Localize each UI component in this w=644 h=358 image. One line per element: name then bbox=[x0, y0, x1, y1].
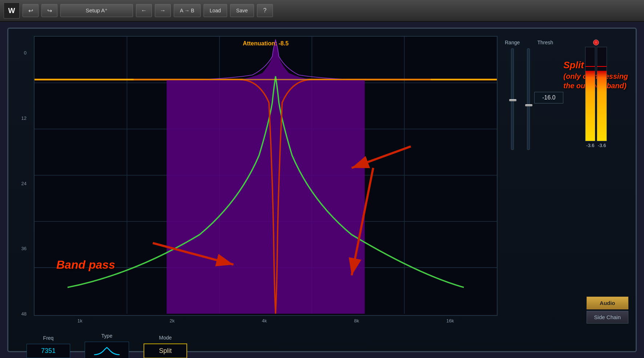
y-axis: 0 12 24 36 48 bbox=[16, 36, 27, 324]
audio-sidechain-section: Audio Side Chain bbox=[587, 297, 628, 324]
save-button[interactable]: Save bbox=[230, 4, 254, 17]
x-label-2k: 2k bbox=[170, 318, 175, 324]
mode-label: Mode bbox=[159, 335, 172, 341]
main-content: 0 12 24 36 48 Attenuation: -8.5 bbox=[16, 36, 628, 324]
freq-value[interactable]: 7351 bbox=[27, 344, 70, 358]
mode-control-group: Mode Split bbox=[144, 335, 187, 358]
vu-fill-1 bbox=[585, 71, 595, 141]
bottom-controls: Freq 7351 Type Mode Split bbox=[16, 329, 628, 358]
mode-value[interactable]: Split bbox=[144, 343, 187, 358]
bandpass-icon bbox=[92, 345, 121, 357]
x-label-4k: 4k bbox=[262, 318, 267, 324]
toolbar: W ↩ ↪ Setup A⁺ ← → A → B Load Save ? bbox=[0, 0, 644, 22]
x-axis: 1k 2k 4k 8k 16k bbox=[34, 318, 498, 324]
thresh-thumb[interactable] bbox=[525, 104, 532, 106]
x-label-8k: 8k bbox=[354, 318, 359, 324]
sidechain-button[interactable]: Side Chain bbox=[587, 311, 628, 324]
thresh-value-display: -16.0 bbox=[534, 92, 563, 103]
attenuation-label: Attenuation: -8.5 bbox=[243, 40, 289, 47]
thresh-label: Thresh bbox=[537, 40, 553, 45]
eq-canvas bbox=[35, 37, 497, 314]
waves-logo: W bbox=[4, 3, 20, 19]
annotation-split: Split (only compressing the outlined ban… bbox=[563, 59, 628, 90]
x-label-16k: 16k bbox=[446, 318, 454, 324]
vu-clip-indicator bbox=[593, 40, 599, 45]
ab-button[interactable]: A → B bbox=[174, 4, 201, 17]
load-button[interactable]: Load bbox=[204, 4, 227, 17]
next-button[interactable]: → bbox=[155, 4, 171, 17]
redo-button[interactable]: ↪ bbox=[41, 4, 57, 17]
eq-display[interactable]: Attenuation: -8.5 bbox=[34, 36, 498, 316]
vu-value-1: -3.6 bbox=[586, 143, 594, 148]
right-panel: Range Thresh -16.0 bbox=[505, 36, 628, 324]
x-label-1k: 1k bbox=[77, 318, 82, 324]
type-label: Type bbox=[101, 333, 112, 339]
setup-button[interactable]: Setup A⁺ bbox=[60, 4, 133, 17]
vu-meter-section: -3.6 -3.6 bbox=[585, 40, 607, 148]
help-button[interactable]: ? bbox=[257, 4, 273, 17]
thresh-slider-group: Thresh -16.0 Split (only compressing the… bbox=[527, 40, 563, 150]
undo-button[interactable]: ↩ bbox=[23, 4, 39, 17]
prev-button[interactable]: ← bbox=[136, 4, 152, 17]
vu-meter-1 bbox=[585, 47, 595, 141]
range-label: Range bbox=[505, 40, 520, 45]
range-slider-group: Range bbox=[505, 40, 520, 150]
y-label-12: 12 bbox=[16, 116, 27, 121]
plugin-body: 0 12 24 36 48 Attenuation: -8.5 bbox=[7, 28, 637, 352]
vu-threshold-2 bbox=[597, 66, 607, 67]
eq-display-wrapper: Attenuation: -8.5 bbox=[34, 36, 498, 324]
range-slider[interactable] bbox=[511, 48, 514, 150]
type-control-group: Type bbox=[85, 333, 129, 358]
vu-meter-2 bbox=[597, 47, 607, 141]
thresh-slider[interactable] bbox=[527, 48, 530, 150]
y-label-36: 36 bbox=[16, 246, 27, 251]
y-label-0: 0 bbox=[16, 50, 27, 55]
sliders-section: Range Thresh -16.0 bbox=[505, 36, 628, 154]
range-thumb[interactable] bbox=[509, 99, 516, 101]
freq-control-group: Freq 7351 bbox=[27, 335, 70, 358]
y-label-48: 48 bbox=[16, 312, 27, 316]
type-display[interactable] bbox=[85, 342, 129, 358]
vu-fill-2 bbox=[597, 71, 607, 141]
y-label-24: 24 bbox=[16, 181, 27, 186]
vu-threshold-1 bbox=[585, 66, 595, 67]
audio-button[interactable]: Audio bbox=[587, 297, 628, 309]
vu-value-2: -3.6 bbox=[598, 143, 606, 148]
freq-label: Freq bbox=[43, 335, 54, 341]
